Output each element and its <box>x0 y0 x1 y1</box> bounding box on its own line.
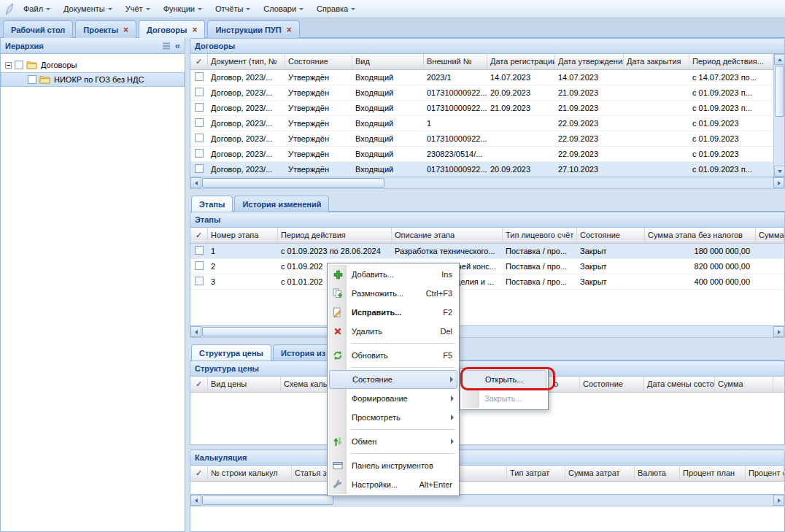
tree-node[interactable]: Договоры <box>1 58 185 72</box>
row-checkbox[interactable] <box>195 164 204 173</box>
menu-item[interactable]: ОбновитьF5 <box>329 346 457 365</box>
table-row[interactable]: Договор, 2023/...УтверждёнВходящий122.09… <box>190 116 773 131</box>
column-header[interactable]: Сумма затрат <box>565 466 635 481</box>
window-tab[interactable]: Договоры× <box>139 20 205 38</box>
menu-item[interactable]: УдалитьDel <box>329 322 457 341</box>
row-checkbox[interactable] <box>195 246 204 255</box>
horizontal-scrollbar-thumb[interactable] <box>202 178 384 188</box>
column-header-check[interactable]: ✓ <box>190 377 208 392</box>
column-header-check[interactable]: ✓ <box>190 54 208 69</box>
table-row[interactable]: Договор, 2023/...УтверждёнВходящий017310… <box>190 101 773 116</box>
table-row[interactable]: Договор, 2023/...УтверждёнВходящий230823… <box>190 147 773 162</box>
tab-close-icon[interactable]: × <box>123 26 128 34</box>
table-row[interactable]: 3с 01.01.202Изготовление изделия и ...По… <box>190 274 784 290</box>
window-tab[interactable]: Рабочий стол <box>3 20 73 38</box>
column-header[interactable]: Период действия... <box>689 54 773 69</box>
scroll-right-button[interactable] <box>773 177 784 188</box>
scroll-down-button[interactable] <box>774 166 785 177</box>
menubar-item[interactable]: Учёт <box>119 1 157 16</box>
row-checkbox[interactable] <box>195 134 204 142</box>
row-checkbox[interactable] <box>195 261 204 270</box>
menu-item[interactable]: Просмотреть <box>329 408 457 427</box>
subtab[interactable]: История из <box>273 344 333 361</box>
scroll-left-button[interactable] <box>190 326 201 337</box>
menu-item[interactable]: Добавить...Ins <box>329 265 457 284</box>
row-checkbox[interactable] <box>195 277 204 285</box>
vertical-scrollbar-thumb[interactable] <box>775 66 784 117</box>
column-header-check[interactable]: ✓ <box>190 466 208 481</box>
menu-item[interactable]: Состояние <box>329 370 457 389</box>
column-header[interactable]: Тип лицевого счёт <box>503 228 577 243</box>
column-header[interactable]: Состояние <box>580 377 644 392</box>
hierarchy-list-tool-icon[interactable] <box>162 42 171 50</box>
menu-item[interactable]: Обмен <box>329 432 457 451</box>
column-header[interactable]: Процент ф <box>746 466 784 481</box>
menubar-item[interactable]: Справка <box>310 1 362 16</box>
window-tab[interactable]: Проекты× <box>75 20 136 38</box>
window-tab[interactable]: Инструкции ПУП× <box>207 20 299 38</box>
row-checkbox[interactable] <box>195 72 204 81</box>
column-header[interactable]: Дата смены состо <box>644 377 715 392</box>
column-header[interactable]: Вид цены <box>208 377 281 392</box>
tree-expander-icon[interactable] <box>5 62 12 69</box>
tree-checkbox[interactable] <box>15 61 23 69</box>
column-header[interactable]: Валюта <box>635 466 680 481</box>
row-checkbox[interactable] <box>195 88 204 96</box>
column-header[interactable]: Сумма <box>715 377 773 392</box>
column-header[interactable]: Состояние <box>285 54 352 69</box>
column-header[interactable]: № строки калькул <box>208 466 292 481</box>
column-header[interactable]: Период действия <box>278 228 392 243</box>
table-row[interactable]: Договор, 2023/...УтверждёнВходящий017310… <box>190 131 773 147</box>
horizontal-scrollbar-thumb[interactable] <box>202 496 333 505</box>
submenu-item[interactable]: Открыть... <box>462 370 546 389</box>
column-header[interactable]: Вид <box>352 54 424 69</box>
scroll-right-button[interactable] <box>773 495 784 506</box>
submenu-item[interactable]: Закрыть... <box>462 389 546 408</box>
column-header[interactable]: Номер этапа <box>208 228 278 243</box>
contracts-horizontal-scrollbar[interactable] <box>190 177 785 189</box>
menu-item[interactable]: Исправить...F2 <box>329 303 457 322</box>
menubar-item[interactable]: Документы <box>57 1 119 16</box>
row-checkbox[interactable] <box>195 103 204 112</box>
column-header[interactable]: Сумма этапа без налогов <box>645 228 756 243</box>
column-header[interactable]: Дата закрытия <box>624 54 689 69</box>
menu-item[interactable]: Настройки...Alt+Enter <box>329 475 457 494</box>
column-header[interactable]: Процент план <box>680 466 746 481</box>
column-header[interactable]: Дата регистрации <box>487 54 555 69</box>
subtab[interactable]: Структура цены <box>191 344 271 361</box>
row-checkbox[interactable] <box>195 149 204 158</box>
column-header-check[interactable]: ✓ <box>190 228 208 243</box>
column-header[interactable]: Описание этапа <box>392 228 503 243</box>
table-row[interactable]: 1с 01.09.2023 по 28.06.2024Разработка те… <box>190 244 784 259</box>
menubar-item[interactable]: Отчёты <box>209 1 257 16</box>
subtab[interactable]: Этапы <box>191 196 233 212</box>
subtab[interactable]: История изменений <box>234 196 329 212</box>
tree-checkbox[interactable] <box>28 75 36 84</box>
column-header[interactable]: Состояние <box>577 228 645 243</box>
table-row[interactable]: Договор, 2023/...УтверждёнВходящий017310… <box>190 85 773 101</box>
menubar-item[interactable]: Словари <box>257 1 310 16</box>
calc-horizontal-scrollbar[interactable] <box>190 495 785 506</box>
menubar-item[interactable]: Файл <box>17 1 57 16</box>
column-header[interactable]: Дата утверждения <box>555 54 624 69</box>
table-row[interactable]: 2с 01.09.202Разработка рабочей конс...По… <box>190 259 784 274</box>
menubar-item[interactable]: Функции <box>157 1 209 16</box>
column-header[interactable]: Документ (тип, № <box>208 54 285 69</box>
column-header[interactable]: Тип затрат <box>507 466 565 481</box>
scroll-right-button[interactable] <box>773 326 784 337</box>
column-header[interactable]: Сумма <box>756 228 784 243</box>
contracts-vertical-scrollbar[interactable] <box>773 54 784 177</box>
table-row[interactable]: Договор, 2023/...УтверждёнВходящий2023/1… <box>190 70 773 85</box>
collapse-panel-icon[interactable]: « <box>175 42 180 50</box>
scroll-up-button[interactable] <box>774 54 785 65</box>
table-row[interactable]: Договор, 2023/...УтверждёнВходящий017310… <box>190 162 773 177</box>
menu-item[interactable]: Размножить...Ctrl+F3 <box>329 284 457 303</box>
scrollbar-track[interactable] <box>774 117 784 166</box>
tab-close-icon[interactable]: × <box>287 26 292 34</box>
column-header[interactable]: Внешний № <box>424 54 487 69</box>
menu-item[interactable]: Формирование <box>329 389 457 408</box>
menu-item[interactable]: Панель инструментов <box>329 456 457 475</box>
row-checkbox[interactable] <box>195 118 204 127</box>
tab-close-icon[interactable]: × <box>192 26 197 34</box>
tree-node[interactable]: НИОКР по ГОЗ без НДС <box>1 72 185 87</box>
